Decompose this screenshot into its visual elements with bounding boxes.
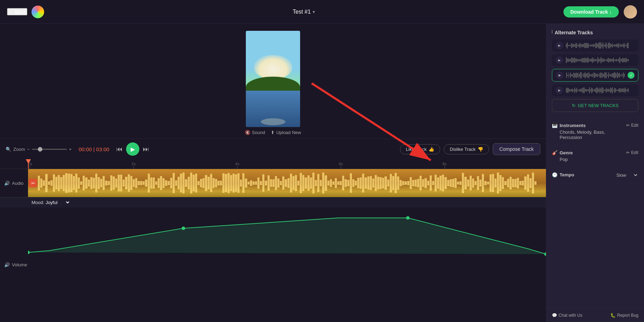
cloud-layer	[254, 55, 292, 79]
upload-label: Upload New	[276, 130, 301, 135]
volume-curve-svg	[28, 208, 546, 256]
header-right: Download Track ↓	[563, 5, 637, 19]
compose-track-button[interactable]: Compose Track	[493, 143, 540, 155]
back-button[interactable]: ← Back	[7, 8, 27, 15]
thumbs-up-icon: 👍	[429, 147, 434, 152]
audio-track-content[interactable]: ✂	[28, 169, 546, 197]
tree-layer	[246, 77, 300, 91]
logo-icon	[32, 6, 44, 18]
audio-icon: 🔊	[4, 181, 10, 186]
audio-label: Audio	[12, 181, 23, 186]
tempo-row: 🕐 Tempo Slow Medium Fast	[546, 167, 644, 183]
instruments-icon: 🎹	[552, 123, 558, 128]
audio-track-label: 🔊 Audio	[0, 169, 28, 197]
instruments-col: 🎹 Instruments Chords, Melody, Bass, Perc…	[552, 123, 626, 140]
thumbs-down-icon: 👎	[478, 147, 483, 152]
get-new-tracks-button[interactable]: ↻ GET NEW TRACKS	[552, 99, 638, 112]
ruler-mark-8s: 8s	[442, 162, 446, 169]
report-bug-button[interactable]: 🐛 Report Bug	[610, 313, 638, 318]
title-dropdown-icon[interactable]: ▾	[313, 9, 315, 14]
center-area: 🔇 Sound ⬆ Upload New 🔍 Zoom − + 00:00 |	[0, 24, 546, 322]
time-display: 00:00 | 03:00	[76, 146, 111, 152]
get-new-tracks-label: GET NEW TRACKS	[578, 103, 619, 108]
ruler-mark-6s: 6s	[339, 162, 343, 169]
dislike-track-button[interactable]: Dislike Track 👎	[444, 144, 489, 154]
alt-track-4[interactable]: ▶	[552, 84, 638, 96]
volume-content[interactable]	[28, 208, 546, 322]
svg-point-0	[28, 251, 30, 254]
header: ← Back Test #1 ▾ Download Track ↓	[0, 0, 644, 24]
alt-track-2[interactable]: ▶	[552, 54, 638, 66]
mini-waveform-1	[566, 42, 635, 49]
sidebar-footer: 💬 Chat with Us 🐛 Report Bug	[546, 308, 644, 322]
chat-label: Chat with Us	[559, 313, 582, 318]
genre-label: Genre	[560, 150, 573, 155]
play-circle-4[interactable]: ▶	[555, 86, 563, 94]
play-circle-2[interactable]: ▶	[555, 56, 563, 64]
alt-track-1[interactable]: ▶	[552, 40, 638, 51]
scissors-badge[interactable]: ✂	[29, 179, 37, 187]
edit-label: Edit	[631, 123, 638, 128]
tempo-label: Tempo	[560, 172, 574, 177]
skip-forward-button[interactable]: ⏭	[143, 146, 149, 153]
guitar-icon: 🎸	[552, 150, 558, 155]
genre-row: 🎸 Genre Pop ✏ Edit	[546, 145, 644, 167]
skip-back-button[interactable]: ⏮	[116, 146, 123, 153]
bug-label: Report Bug	[617, 313, 638, 318]
zoom-plus[interactable]: +	[69, 147, 72, 152]
sound-label: Sound	[252, 130, 265, 135]
mini-waveform-2	[566, 56, 635, 64]
timeline-area: 0s 2s 4s 6s 8s	[0, 159, 546, 322]
transport-buttons: ⏮ ▶ ⏭	[116, 142, 149, 156]
mini-waveform-3	[566, 71, 625, 79]
mood-dropdown[interactable]: Joyful Calm Energetic Sad	[44, 200, 70, 205]
download-label: Download Track ↓	[570, 9, 612, 15]
audio-track-row: 🔊 Audio ✂	[0, 169, 546, 197]
zoom-slider[interactable]	[32, 149, 67, 150]
playhead-triangle	[26, 159, 31, 164]
bug-icon: 🐛	[610, 313, 616, 318]
right-sidebar: 𝄄 Alternate Tracks ▶ ▶ ▶ ✓ ▶ ↻	[546, 24, 644, 322]
sound-button[interactable]: 🔇 Sound	[245, 130, 265, 135]
ruler-mark-2s: 2s	[132, 162, 136, 169]
playhead[interactable]	[28, 159, 29, 169]
download-track-button[interactable]: Download Track ↓	[563, 6, 619, 18]
instruments-row: 🎹 Instruments Chords, Melody, Bass, Perc…	[546, 118, 644, 145]
instruments-label-row: 🎹 Instruments	[552, 123, 626, 128]
play-circle-3[interactable]: ▶	[556, 71, 563, 79]
volume-track-label: 🔊 Volume	[0, 208, 28, 322]
instruments-label: Instruments	[560, 123, 586, 128]
video-controls-bar: 🔇 Sound ⬆ Upload New	[245, 130, 301, 135]
header-left: ← Back	[7, 6, 44, 18]
alternate-tracks-section: 𝄄 Alternate Tracks ▶ ▶ ▶ ✓ ▶ ↻	[546, 24, 644, 118]
alternate-tracks-label: Alternate Tracks	[555, 30, 593, 35]
chat-button[interactable]: 💬 Chat with Us	[552, 313, 582, 318]
action-buttons: Like Track 👍 Dislike Track 👎 Compose Tra…	[400, 143, 540, 155]
ruler-marks: 0s 2s 4s 6s 8s	[28, 159, 546, 169]
compose-label: Compose Track	[499, 146, 534, 152]
svg-point-1	[182, 226, 185, 230]
tempo-label-row: 🕐 Tempo	[552, 172, 574, 177]
play-circle-1[interactable]: ▶	[555, 42, 563, 49]
genre-edit-button[interactable]: ✏ Edit	[626, 150, 638, 155]
chat-icon: 💬	[552, 313, 557, 318]
clock-icon: 🕐	[552, 172, 558, 177]
time-separator: |	[93, 146, 96, 152]
upload-new-button[interactable]: ⬆ Upload New	[271, 130, 301, 135]
genre-value: Pop	[552, 157, 573, 162]
user-avatar[interactable]	[624, 5, 637, 19]
zoom-label: Zoom	[13, 147, 25, 152]
zoom-search-icon: 🔍	[6, 147, 11, 152]
header-center: Test #1 ▾	[293, 9, 315, 15]
tempo-select[interactable]: Slow Medium Fast	[615, 172, 638, 178]
check-badge: ✓	[628, 72, 635, 79]
play-button[interactable]: ▶	[126, 142, 139, 156]
genre-col: 🎸 Genre Pop	[552, 150, 573, 162]
alt-track-3[interactable]: ▶ ✓	[552, 69, 638, 82]
like-track-button[interactable]: Like Track 👍	[400, 144, 440, 154]
instruments-edit-button[interactable]: ✏ Edit	[626, 123, 638, 128]
volume-label-text: Volume	[12, 262, 27, 267]
zoom-minus[interactable]: −	[27, 147, 30, 152]
pencil-icon: ✏	[626, 123, 630, 128]
water-layer	[246, 91, 300, 127]
